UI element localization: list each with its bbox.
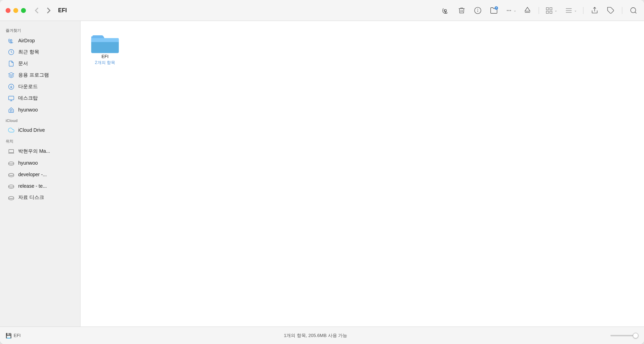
svg-rect-10 (546, 7, 548, 9)
file-grid: EFI 2개의 항목 (88, 28, 637, 69)
svg-point-19 (631, 7, 636, 13)
sidebar-item-developer-label: developer -... (18, 172, 47, 177)
view-list-group[interactable]: ⌄ (565, 7, 577, 14)
folder-icon (91, 31, 119, 54)
sidebar-item-home-label: hyunwoo (18, 107, 38, 113)
desktop-icon (8, 95, 15, 102)
svg-point-7 (507, 10, 508, 11)
cloud-icon (8, 127, 15, 134)
status-bar: 💾 EFI 1개의 항목, 205.6MB 사용 가능 (0, 327, 644, 344)
sidebar-item-downloads[interactable]: 다운로드 (2, 81, 78, 92)
disk-icon-4 (8, 194, 15, 201)
view-icon-group[interactable]: ⌄ (545, 7, 557, 14)
svg-rect-13 (550, 11, 552, 13)
apps-icon (8, 72, 15, 79)
sidebar-item-hyunwoo-disk[interactable]: hyunwoo (2, 157, 78, 169)
sidebar-item-downloads-label: 다운로드 (18, 84, 38, 90)
svg-marker-8 (525, 7, 530, 11)
disk-icon-3 (8, 182, 15, 189)
eject-toolbar-button[interactable] (523, 6, 532, 15)
maximize-button[interactable] (21, 8, 26, 13)
folder-name: EFI (102, 54, 108, 59)
window-title: EFI (58, 7, 67, 14)
sidebar-item-developer[interactable]: developer -... (2, 169, 78, 180)
locations-label: 위치 (0, 136, 80, 145)
sidebar-item-desktop[interactable]: 데스크탑 (2, 93, 78, 104)
titlebar: EFI (0, 0, 644, 21)
sidebar-item-applications-label: 응용 프로그램 (18, 72, 49, 78)
svg-point-21 (10, 40, 12, 41)
disk-icon-1 (8, 159, 15, 166)
clock-icon (8, 49, 15, 56)
info-toolbar-button[interactable] (473, 6, 483, 15)
sidebar-item-applications[interactable]: 응용 프로그램 (2, 70, 78, 81)
status-info-text: 1개의 항목, 205.6MB 사용 가능 (21, 332, 610, 339)
disk-icon-2 (8, 171, 15, 178)
file-area: EFI 2개의 항목 (80, 21, 644, 327)
divider-3 (622, 7, 622, 14)
sidebar-item-icloud-drive[interactable]: iCloud Drive (2, 124, 78, 136)
slider-track[interactable] (610, 335, 638, 336)
svg-point-30 (9, 162, 14, 164)
sidebar-item-documents[interactable]: 문서 (2, 58, 78, 69)
sidebar-item-airdrop[interactable]: AirDrop (2, 35, 78, 46)
status-disk-icon: 💾 (6, 333, 12, 338)
download-icon (8, 83, 15, 90)
back-button[interactable] (31, 5, 42, 16)
tag-toolbar-button[interactable] (606, 6, 616, 15)
close-button[interactable] (6, 8, 10, 13)
svg-line-20 (635, 12, 636, 13)
svg-point-5 (509, 10, 509, 11)
folder-subtitle: 2개의 항목 (95, 60, 115, 66)
sidebar-item-icloud-label: iCloud Drive (18, 127, 45, 133)
more-toolbar-button[interactable]: ⌄ (505, 7, 516, 14)
sidebar-item-release-label: release - te... (18, 183, 47, 189)
svg-point-32 (9, 185, 14, 187)
laptop-icon (8, 148, 15, 155)
sidebar-item-release[interactable]: release - te... (2, 180, 78, 192)
traffic-lights (6, 8, 26, 13)
svg-rect-12 (546, 11, 548, 13)
minimize-button[interactable] (13, 8, 18, 13)
new-folder-toolbar-button[interactable]: + (489, 6, 499, 15)
svg-point-4 (478, 9, 478, 9)
nav-buttons (31, 5, 54, 16)
sidebar-item-macbook[interactable]: 박현우의 Ma... (2, 146, 78, 157)
toolbar-icons: + ⌄ (441, 6, 638, 15)
svg-rect-25 (9, 96, 14, 100)
svg-point-6 (510, 10, 511, 11)
sidebar-item-data-disk[interactable]: 자료 디스크 (2, 192, 78, 203)
sidebar-item-hyunwoo-disk-label: hyunwoo (18, 160, 38, 166)
svg-rect-11 (550, 7, 552, 9)
divider-2 (583, 7, 583, 14)
sidebar-item-documents-label: 문서 (18, 60, 28, 67)
airdrop-icon (8, 37, 15, 44)
svg-point-0 (444, 9, 447, 12)
main-area: 즐겨찾기 AirDrop (0, 21, 644, 327)
sidebar-item-recents-label: 최근 항목 (18, 49, 39, 55)
finder-window: EFI (0, 0, 644, 344)
sidebar-item-macbook-label: 박현우의 Ma... (18, 148, 50, 155)
status-path-label: EFI (14, 333, 21, 338)
share-toolbar-button[interactable] (590, 6, 600, 15)
sidebar-item-desktop-label: 데스크탑 (18, 95, 38, 101)
airdrop-toolbar-button[interactable] (441, 6, 450, 15)
status-path: 💾 EFI (6, 333, 21, 338)
divider-1 (539, 7, 539, 14)
svg-rect-28 (9, 150, 14, 153)
home-icon (8, 106, 15, 113)
icloud-label: iCloud (0, 116, 80, 124)
slider-thumb[interactable] (633, 333, 638, 338)
svg-point-31 (9, 173, 14, 175)
search-toolbar-button[interactable] (629, 6, 638, 15)
sidebar-item-home[interactable]: hyunwoo (2, 104, 78, 115)
sidebar-item-recents[interactable]: 최근 항목 (2, 46, 78, 58)
sidebar: 즐겨찾기 AirDrop (0, 21, 80, 327)
svg-point-33 (9, 196, 14, 199)
zoom-slider[interactable] (610, 335, 638, 336)
forward-button[interactable] (43, 5, 54, 16)
sidebar-item-airdrop-label: AirDrop (18, 38, 35, 43)
folder-item-efi[interactable]: EFI 2개의 항목 (88, 28, 122, 69)
sidebar-item-data-disk-label: 자료 디스크 (18, 194, 44, 201)
delete-toolbar-button[interactable] (457, 6, 467, 15)
